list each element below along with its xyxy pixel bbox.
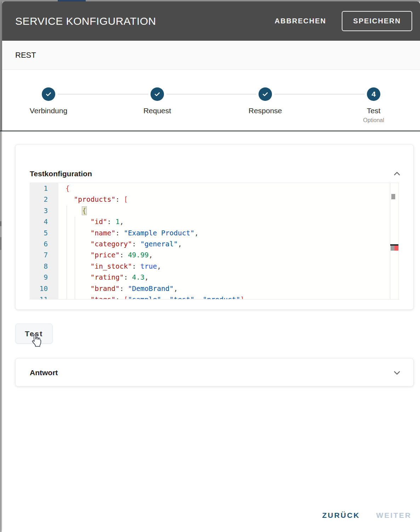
screen: SERVICE KONFIGURATION ABBRECHEN SPEICHER… [0, 0, 420, 532]
background-icon-fragment [0, 237, 1, 250]
code-editor[interactable]: 1{2 "products": [3 {4 "id": 1,5 "name": … [30, 183, 399, 299]
background-icon-fragment [0, 221, 1, 226]
stepper-step-verbindung[interactable]: Verbindung [10, 70, 87, 115]
stepper-step-request[interactable]: Request [118, 70, 196, 115]
code-text: "category": "general", [58, 239, 182, 250]
code-line[interactable]: 9 "rating": 4.3, [30, 272, 390, 283]
ruler-error-marker-red [395, 246, 398, 251]
test-button[interactable]: Test [15, 324, 53, 344]
step-label: Test [335, 107, 413, 115]
code-text: "name": "Example Product", [58, 228, 199, 239]
answer-card-header[interactable]: Antwort [16, 359, 413, 387]
code-line[interactable]: 8 "in_stock": true, [30, 261, 390, 272]
ruler-cursor-marker [391, 194, 395, 199]
overview-ruler[interactable] [390, 183, 398, 299]
code-line[interactable]: 1{ [30, 183, 390, 194]
code-line[interactable]: 4 "id": 1, [30, 216, 390, 227]
line-number: 5 [30, 228, 58, 239]
answer-card: Antwort [15, 358, 414, 387]
code-text: "price": 49.99, [58, 250, 153, 261]
code-text: "brand": "DemoBrand", [58, 283, 178, 294]
line-number: 6 [30, 239, 58, 250]
code-text: { [58, 205, 86, 216]
code-text: "tags": ["sample", "test", "product"] [58, 294, 244, 299]
code-line[interactable]: 2 "products": [ [30, 194, 390, 205]
test-configuration-card-header[interactable]: Testkonfiguration [16, 145, 413, 180]
code-text: "id": 1, [58, 216, 124, 227]
line-number: 1 [30, 183, 58, 194]
wizard-stepper: VerbindungRequestResponse4TestOptional [2, 70, 420, 131]
line-number: 4 [30, 216, 58, 227]
test-configuration-card: Testkonfiguration 1{2 "products": [3 {4 … [15, 144, 414, 310]
service-type-bar: REST [2, 41, 420, 70]
chevron-up-icon[interactable] [393, 170, 401, 178]
code-text: "products": [ [58, 194, 128, 205]
line-number: 7 [30, 250, 58, 261]
step-circle[interactable] [259, 87, 272, 101]
dialog-header: SERVICE KONFIGURATION ABBRECHEN SPEICHER… [2, 1, 420, 41]
test-configuration-title: Testkonfiguration [30, 170, 92, 178]
ruler-error-marker-gray [391, 246, 395, 251]
stepper-step-response[interactable]: Response [226, 70, 304, 115]
cancel-button[interactable]: ABBRECHEN [273, 13, 329, 29]
wizard-footer-actions: ZURÜCK WEITER [322, 511, 412, 520]
page-title: SERVICE KONFIGURATION [15, 15, 273, 27]
step-circle[interactable] [42, 87, 55, 101]
line-number: 9 [30, 272, 58, 283]
stepper-step-test[interactable]: 4TestOptional [335, 70, 413, 124]
answer-title: Antwort [30, 368, 58, 377]
line-number: 10 [30, 283, 58, 294]
step-sublabel: Optional [335, 117, 413, 124]
code-line[interactable]: 3 { [30, 205, 390, 216]
code-text: "in_stock": true, [58, 261, 161, 272]
code-line[interactable]: 7 "price": 49.99, [30, 250, 390, 261]
chevron-down-icon[interactable] [393, 368, 401, 377]
code-line[interactable]: 10 "brand": "DemoBrand", [30, 283, 390, 294]
back-button[interactable]: ZURÜCK [322, 511, 360, 520]
save-button[interactable]: SPEICHERN [342, 11, 412, 31]
step-label: Verbindung [10, 107, 87, 115]
step-number: 4 [371, 90, 376, 98]
code-line[interactable]: 6 "category": "general", [30, 239, 390, 250]
check-icon [262, 91, 269, 98]
background-page-left-strip-lower [0, 131, 1, 532]
step-circle[interactable]: 4 [367, 87, 380, 101]
service-type-label: REST [15, 51, 36, 60]
code-line[interactable]: 5 "name": "Example Product", [30, 228, 390, 239]
line-number: 3 [30, 205, 58, 216]
step-label: Request [118, 107, 196, 115]
stepper-bottom-divider [0, 131, 420, 131]
code-text: "rating": 4.3, [58, 272, 149, 283]
step-circle[interactable] [151, 87, 164, 101]
code-line[interactable]: 11 "tags": ["sample", "test", "product"] [30, 294, 390, 299]
header-actions: ABBRECHEN SPEICHERN [273, 11, 413, 31]
service-configuration-dialog: SERVICE KONFIGURATION ABBRECHEN SPEICHER… [2, 1, 420, 532]
check-icon [45, 91, 52, 98]
editor-lines: 1{2 "products": [3 {4 "id": 1,5 "name": … [30, 183, 390, 299]
line-number: 2 [30, 194, 58, 205]
line-number: 8 [30, 261, 58, 272]
next-button[interactable]: WEITER [376, 511, 412, 520]
step-label: Response [226, 107, 304, 115]
check-icon [154, 91, 161, 98]
code-text: { [58, 183, 70, 194]
line-number: 11 [30, 294, 58, 299]
